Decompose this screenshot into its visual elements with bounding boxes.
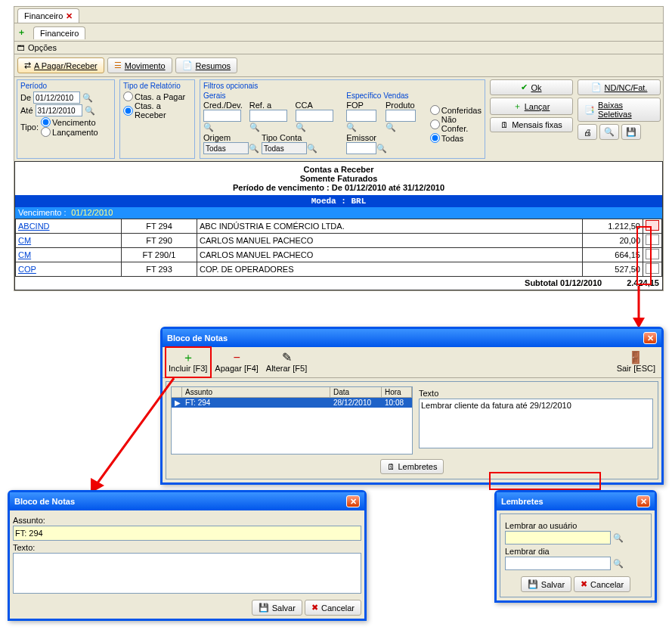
btn-save[interactable]: 💾 <box>621 124 641 140</box>
titlebar[interactable]: Bloco de Notas ✕ <box>163 329 661 347</box>
dia-label: Lembrar dia <box>505 547 646 556</box>
table-row[interactable]: ABCINDFT 294ABC INDÚSTRIA E COMÉRCIO LTD… <box>16 219 662 234</box>
close-icon[interactable]: ✕ <box>66 11 73 21</box>
search-icon[interactable]: 🔍 <box>613 532 624 543</box>
cell-note-icon[interactable] <box>643 248 662 262</box>
table-row[interactable]: COPFT 293COP. DE OPERADORES527,50 <box>16 262 662 277</box>
btn-alterar[interactable]: ✎ Alterar [F5] <box>263 350 310 374</box>
group-gerais: Gerais Cred./Dev. 🔍 Ref. a 🔍 CCA 🔍 <box>203 92 339 155</box>
search-icon[interactable]: 🔍 <box>249 143 259 154</box>
cell-data: 28/12/2010 <box>330 398 382 408</box>
btn-print[interactable]: 🖨 <box>578 124 597 140</box>
close-icon[interactable]: ✕ <box>636 495 650 507</box>
search-icon[interactable]: 🔍 <box>82 92 93 103</box>
btn-salvar[interactable]: 💾Salvar <box>252 600 302 616</box>
cell-cliente[interactable]: CM <box>16 248 122 262</box>
btn-salvar[interactable]: 💾Salvar <box>521 576 571 592</box>
assunto-input[interactable] <box>13 526 361 541</box>
tab-financeiro-top[interactable]: Financeiro ✕ <box>17 8 79 23</box>
search-icon[interactable]: 🔍 <box>203 122 214 132</box>
btn-mensais[interactable]: 🗓Mensais fixas <box>490 117 573 132</box>
sub-tabbar: ＋ Financeiro <box>14 23 663 42</box>
btn-lancar[interactable]: ＋Lançar <box>490 98 573 115</box>
note-icon[interactable] <box>646 234 659 245</box>
cell-cliente[interactable]: COP <box>16 262 122 277</box>
cell-valor: 20,00 <box>583 234 643 248</box>
user-label: Lembrar ao usuário <box>505 521 646 530</box>
tab-financeiro-sub[interactable]: Financeiro <box>33 26 85 39</box>
input-refa[interactable] <box>249 110 287 122</box>
texto-area[interactable]: Lembrar cliente da fatura até 29/12/2010 <box>419 399 653 448</box>
note-icon[interactable] <box>646 249 659 259</box>
btn-apagar-receber[interactable]: ⇄ A Pagar/Receber <box>17 57 104 73</box>
list-icon: ☰ <box>114 60 122 70</box>
search-icon[interactable]: 🔍 <box>249 122 260 132</box>
btn-ndnc[interactable]: 📄ND/NC/Fat. <box>578 79 661 95</box>
input-produto[interactable] <box>386 110 416 122</box>
cell-note-icon[interactable] <box>643 234 662 248</box>
input-emissor[interactable] <box>346 142 376 154</box>
btn-apagar[interactable]: − Apagar [F4] <box>212 350 261 374</box>
btn-ok[interactable]: ✔Ok <box>490 79 573 95</box>
radio-lancamento[interactable]: Lançamento <box>41 127 98 137</box>
doc-icon: 📄 <box>182 60 193 70</box>
user-input[interactable] <box>505 531 611 544</box>
btn-movimento[interactable]: ☰ Movimento <box>107 57 172 73</box>
note-icon[interactable] <box>646 263 659 274</box>
main-toolbar: ⇄ A Pagar/Receber ☰ Movimento 📄 Resumos <box>14 54 663 77</box>
lbl-cred: Cred./Dev. <box>203 101 247 110</box>
btn-baixas[interactable]: 📑Baixas Seletivas <box>578 98 661 122</box>
input-de[interactable] <box>33 92 80 104</box>
btn-sair[interactable]: 🚪 Sair [ESC] <box>614 350 658 374</box>
cell-cliente[interactable]: CM <box>16 234 122 248</box>
radio-vencimento[interactable]: Vencimento <box>41 117 98 127</box>
calendar-icon: 🗓 <box>387 462 395 471</box>
tab-label: Financeiro <box>24 11 63 20</box>
window-bloco-notas-2: Bloco de Notas ✕ Assunto: Texto: 💾Salvar… <box>8 490 367 621</box>
cell-note-icon[interactable] <box>643 219 662 234</box>
table-row[interactable]: CMFT 290CARLOS MANUEL PACHECO20,00 <box>16 234 662 248</box>
radio-todas[interactable]: Todas <box>430 133 482 143</box>
btn-zoom[interactable]: 🔍 <box>599 124 619 140</box>
notes-list[interactable]: Assunto Data Hora ▶ FT: 294 28/12/2010 1… <box>171 386 413 455</box>
input-cca[interactable] <box>296 110 333 122</box>
close-icon[interactable]: ✕ <box>346 495 360 507</box>
search-icon[interactable]: 🔍 <box>613 558 624 569</box>
input-tipoconta[interactable] <box>262 142 307 154</box>
venc-date-link[interactable]: 01/12/2010 <box>71 208 113 217</box>
input-ate[interactable] <box>36 104 82 116</box>
titlebar[interactable]: Bloco de Notas ✕ <box>10 492 364 510</box>
search-icon[interactable]: 🔍 <box>85 105 95 116</box>
filters-row: Período De 🔍 Até 🔍 Tipo: Vencimento Lanç… <box>14 77 663 161</box>
radio-naoconfer[interactable]: Não Confer. <box>430 115 482 133</box>
search-icon[interactable]: 🔍 <box>386 122 396 132</box>
texto-input[interactable] <box>13 553 361 594</box>
btn-lembretes[interactable]: 🗓 Lembretes <box>380 459 444 474</box>
cell-cliente[interactable]: ABCIND <box>16 219 122 234</box>
close-icon[interactable]: ✕ <box>643 332 657 344</box>
search-icon[interactable]: 🔍 <box>307 143 317 154</box>
arrow-1 <box>627 286 650 331</box>
btn-incluir[interactable]: ＋ Incluir [F3] <box>166 350 210 374</box>
list-item[interactable]: ▶ FT: 294 28/12/2010 10:08 <box>172 398 412 408</box>
dia-input[interactable] <box>505 557 611 570</box>
btn-cancelar[interactable]: ✖Cancelar <box>574 576 630 592</box>
cell-note-icon[interactable] <box>643 262 662 277</box>
options-label[interactable]: Opções <box>28 43 57 52</box>
titlebar[interactable]: Lembretes ✕ <box>497 492 655 510</box>
radio-receber[interactable]: Ctas. a Receber <box>123 101 191 119</box>
table-row[interactable]: CMFT 290/1CARLOS MANUEL PACHECO664,15 <box>16 248 662 262</box>
btn-resumos[interactable]: 📄 Resumos <box>175 57 237 73</box>
search-icon[interactable]: 🔍 <box>296 122 306 132</box>
input-origem[interactable] <box>203 142 249 154</box>
filter-periodo: Período De 🔍 Até 🔍 Tipo: Vencimento Lanç… <box>17 79 115 159</box>
note-icon[interactable] <box>646 220 659 231</box>
btn-cancelar[interactable]: ✖Cancelar <box>305 600 361 616</box>
input-fop[interactable] <box>346 110 376 122</box>
radio-pagar[interactable]: Ctas. a Pagar <box>123 92 191 101</box>
input-cred[interactable] <box>203 110 241 122</box>
search-icon[interactable]: 🔍 <box>376 143 387 154</box>
radio-conferidas[interactable]: Conferidas <box>430 105 482 115</box>
search-icon[interactable]: 🔍 <box>346 122 357 132</box>
plus-icon[interactable]: ＋ <box>17 26 26 38</box>
